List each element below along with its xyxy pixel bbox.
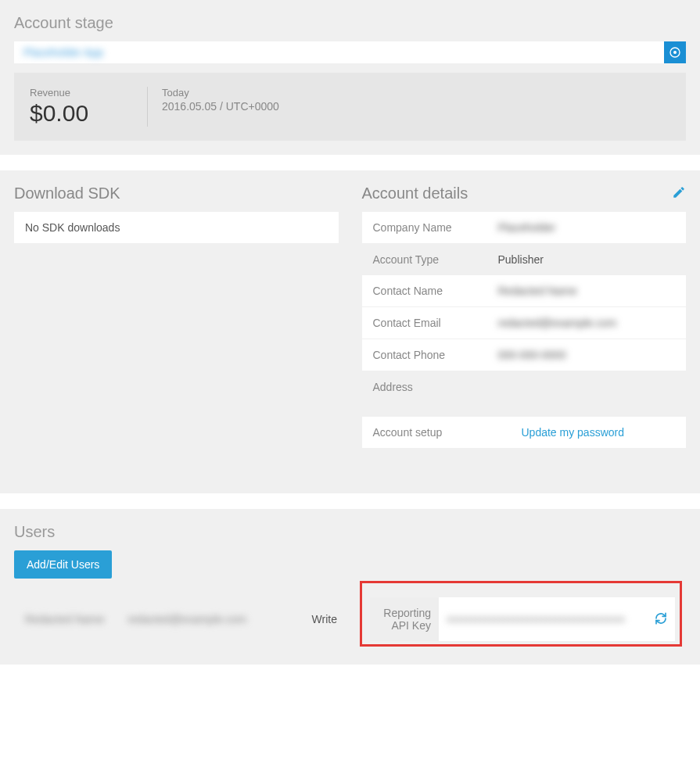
contact-name-value: Redacted Name [498, 285, 577, 297]
account-type-value: Publisher [498, 253, 544, 266]
account-type-label: Account Type [373, 253, 498, 266]
download-sdk-title: Download SDK [14, 185, 120, 202]
api-key-label: Reporting API Key [370, 597, 439, 641]
revenue-stat: Revenue $0.00 [22, 87, 147, 127]
sdk-empty-row: No SDK downloads [14, 212, 339, 243]
company-name-row: Company Name Placeholder [362, 212, 687, 244]
user-row: Redacted Name redacted@example.com Write… [14, 588, 686, 650]
user-email: redacted@example.com [127, 613, 246, 625]
sdk-details-panel: Download SDK No SDK downloads Account de… [0, 170, 700, 493]
today-value: 2016.05.05 / UTC+0000 [162, 100, 279, 113]
contact-email-row: Contact Email redacted@example.com [362, 307, 687, 339]
account-details-section: Account details Company Name Placeholder… [362, 185, 687, 479]
download-sdk-section: Download SDK No SDK downloads [14, 185, 339, 479]
revenue-label: Revenue [30, 87, 139, 99]
svg-point-1 [674, 52, 677, 54]
edit-account-button[interactable] [672, 185, 686, 202]
today-label: Today [162, 87, 279, 99]
user-name: Redacted Name [25, 613, 104, 625]
api-key-value: xxxxxxxxxxxxxxxxxxxxxxxxxxxxxxxxxxxxxx [447, 614, 625, 625]
contact-name-label: Contact Name [373, 285, 498, 297]
api-key-box: Reporting API Key xxxxxxxxxxxxxxxxxxxxxx… [370, 597, 675, 641]
users-title: Users [14, 523, 686, 541]
contact-email-label: Contact Email [373, 317, 498, 329]
users-panel: Users Add/Edit Users Redacted Name redac… [0, 509, 700, 665]
revenue-value: $0.00 [30, 100, 139, 127]
address-label: Address [373, 381, 498, 393]
today-stat: Today 2016.05.05 / UTC+0000 [147, 87, 287, 127]
account-setup-row: Account setup Update my password [362, 417, 687, 448]
account-app-bar: Placeholder App [14, 41, 686, 63]
company-name-value: Placeholder [498, 221, 556, 234]
account-details-title: Account details [362, 185, 468, 202]
account-setup-label: Account setup [373, 426, 522, 439]
contact-phone-value: 000-000-0000 [498, 349, 566, 361]
contact-email-value: redacted@example.com [498, 317, 617, 329]
account-stage-panel: Account stage Placeholder App Revenue $0… [0, 0, 700, 155]
update-password-link[interactable]: Update my password [522, 426, 625, 439]
address-row: Address [362, 371, 687, 403]
navigate-button[interactable] [664, 41, 686, 63]
add-edit-users-button[interactable]: Add/Edit Users [14, 550, 112, 579]
contact-phone-label: Contact Phone [373, 349, 498, 361]
refresh-api-key-button[interactable] [655, 612, 667, 627]
contact-phone-row: Contact Phone 000-000-0000 [362, 339, 687, 371]
account-app-name: Placeholder App [23, 46, 103, 59]
stats-box: Revenue $0.00 Today 2016.05.05 / UTC+000… [14, 73, 686, 141]
compass-icon [669, 46, 681, 59]
refresh-icon [655, 612, 667, 625]
company-name-label: Company Name [373, 221, 498, 234]
account-type-row: Account Type Publisher [362, 244, 687, 275]
user-permission: Write [312, 613, 337, 625]
account-stage-title: Account stage [14, 14, 686, 32]
pencil-icon [672, 185, 686, 199]
contact-name-row: Contact Name Redacted Name [362, 275, 687, 307]
